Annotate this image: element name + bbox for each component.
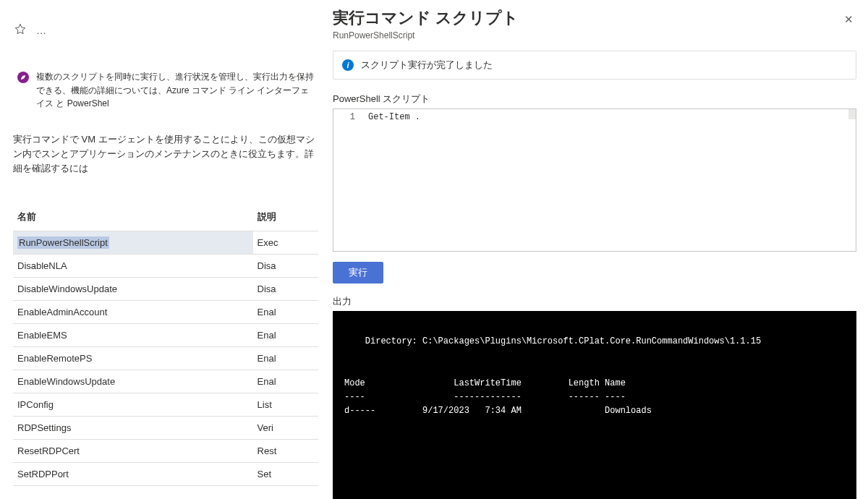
command-desc-cell: Set [253, 463, 318, 486]
run-command-list-pane: … 複数のスクリプトを同時に実行し、進行状況を管理し、実行出力を保持できる、機能… [0, 0, 318, 499]
table-row[interactable]: RunPowerShellScriptExec [13, 231, 318, 255]
table-row[interactable]: IPConfigList [13, 393, 318, 417]
command-desc-cell: Enal [253, 347, 318, 370]
run-command-panel: 実行コマンド スクリプト RunPowerShellScript ✕ i スクリ… [318, 0, 868, 499]
command-name-cell[interactable]: DisableWindowsUpdate [13, 278, 253, 301]
table-row[interactable]: EnableEMSEnal [13, 324, 318, 347]
list-toolbar: … [13, 23, 318, 37]
command-name-cell[interactable]: EnableRemotePS [13, 347, 253, 370]
command-name-cell[interactable]: SetRDPPort [13, 463, 253, 486]
table-row[interactable]: SetRDPPortSet [13, 463, 318, 486]
script-section-label: PowerShell スクリプト [333, 93, 856, 106]
favorite-star-icon[interactable] [14, 23, 26, 37]
command-name-cell[interactable]: ResetRDPCert [13, 440, 253, 463]
close-icon[interactable]: ✕ [841, 10, 856, 29]
status-bar: i スクリプト実行が完了しました [333, 51, 856, 80]
column-header-name[interactable]: 名前 [13, 205, 253, 231]
table-row[interactable]: DisableNLADisa [13, 255, 318, 278]
command-desc-cell: Disa [253, 255, 318, 278]
editor-scroll-marker [848, 109, 856, 119]
panel-title: 実行コマンド スクリプト [333, 7, 519, 29]
command-desc-cell: Exec [253, 231, 318, 255]
command-name-cell[interactable]: RDPSettings [13, 417, 253, 440]
rocket-icon [17, 72, 29, 83]
command-desc-cell: Rest [253, 440, 318, 463]
status-text: スクリプト実行が完了しました [361, 59, 493, 72]
info-icon: i [342, 59, 354, 71]
command-table: 名前 説明 RunPowerShellScriptExecDisableNLAD… [13, 205, 318, 486]
command-desc-cell: Enal [253, 324, 318, 347]
command-desc-cell: Veri [253, 417, 318, 440]
page-description: 実行コマンドで VM エージェントを使用することにより、この仮想マシン内でスンと… [13, 132, 318, 176]
command-desc-cell: List [253, 393, 318, 417]
script-editor[interactable]: 1 Get-Item . [333, 108, 856, 252]
table-row[interactable]: EnableRemotePSEnal [13, 347, 318, 370]
banner-text: 複数のスクリプトを同時に実行し、進行状況を管理し、実行出力を保持できる、機能の詳… [36, 70, 315, 111]
editor-body[interactable]: Get-Item . [362, 109, 856, 251]
table-row[interactable]: RDPSettingsVeri [13, 417, 318, 440]
table-row[interactable]: DisableWindowsUpdateDisa [13, 278, 318, 301]
command-name-cell[interactable]: IPConfig [13, 393, 253, 417]
command-desc-cell: Enal [253, 370, 318, 393]
editor-gutter: 1 [333, 109, 362, 251]
panel-subtitle: RunPowerShellScript [333, 30, 519, 40]
output-terminal[interactable]: Directory: C:\Packages\Plugins\Microsoft… [333, 311, 856, 499]
command-desc-cell: Enal [253, 301, 318, 324]
table-row[interactable]: ResetRDPCertRest [13, 440, 318, 463]
output-section-label: 出力 [333, 295, 856, 308]
table-row[interactable]: EnableAdminAccountEnal [13, 301, 318, 324]
feature-info-banner: 複数のスクリプトを同時に実行し、進行状況を管理し、実行出力を保持できる、機能の詳… [13, 66, 318, 115]
command-name-cell[interactable]: DisableNLA [13, 255, 253, 278]
command-name-cell[interactable]: RunPowerShellScript [13, 231, 253, 255]
command-name-cell[interactable]: EnableEMS [13, 324, 253, 347]
command-desc-cell: Disa [253, 278, 318, 301]
run-button[interactable]: 実行 [333, 262, 383, 283]
more-menu-icon[interactable]: … [36, 25, 47, 36]
column-header-desc[interactable]: 説明 [253, 205, 318, 231]
table-row[interactable]: EnableWindowsUpdateEnal [13, 370, 318, 393]
command-name-cell[interactable]: EnableAdminAccount [13, 301, 253, 324]
command-name-cell[interactable]: EnableWindowsUpdate [13, 370, 253, 393]
